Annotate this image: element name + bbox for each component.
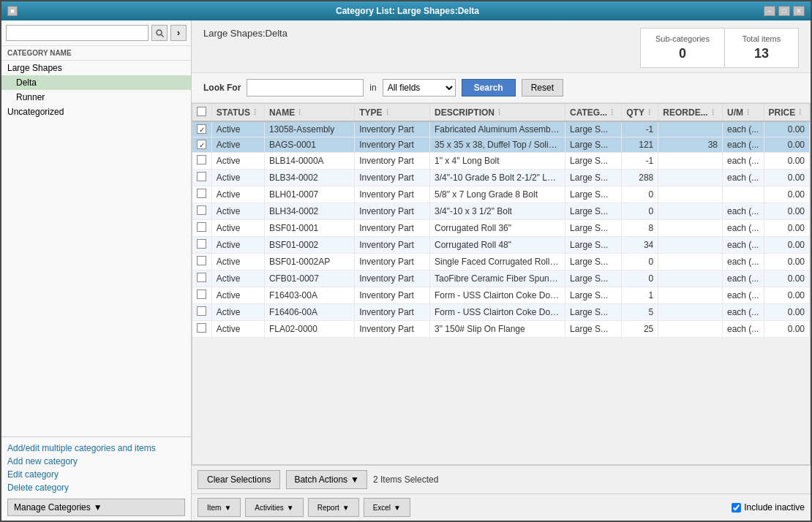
breadcrumb: Large Shapes:Delta — [203, 28, 287, 39]
table-row[interactable]: Active F16406-00A Inventory Part Form - … — [192, 304, 810, 321]
total-items-value: 13 — [740, 46, 783, 61]
table-row[interactable]: Active BSF01-0001 Inventory Part Corruga… — [192, 220, 810, 237]
batch-actions-button[interactable]: Batch Actions ▼ — [286, 470, 367, 489]
table-row[interactable]: Active BLB14-0000A Inventory Part 1" x 4… — [192, 153, 810, 170]
row-checkbox-cell[interactable] — [192, 121, 211, 137]
row-checkbox-cell[interactable] — [192, 203, 211, 220]
row-checkbox[interactable] — [197, 239, 206, 249]
status-sort-icon: ⋮ — [252, 109, 258, 116]
manage-categories-button[interactable]: Manage Categories ▼ — [7, 499, 185, 516]
type-header[interactable]: TYPE⋮ — [355, 104, 430, 121]
row-checkbox-cell[interactable] — [192, 220, 211, 237]
item-button[interactable]: Item ▼ — [198, 498, 241, 517]
table-row[interactable]: Active BSF01-0002AP Inventory Part Singl… — [192, 254, 810, 271]
row-qty: 1 — [622, 287, 658, 304]
sidebar-item-large-shapes[interactable]: Large Shapes — [1, 61, 191, 75]
status-header[interactable]: STATUS⋮ — [211, 104, 264, 121]
row-checkbox-cell[interactable] — [192, 271, 211, 287]
row-name: FLA02-0000 — [264, 321, 354, 338]
table-row[interactable]: Active CFB01-0007 Inventory Part TaoFibr… — [192, 271, 810, 287]
row-checkbox[interactable] — [197, 155, 206, 164]
row-description: TaoFibre Ceramic Fiber Spun Bl... — [430, 271, 565, 287]
report-button[interactable]: Report ▼ — [308, 498, 359, 517]
row-status: Active — [211, 271, 264, 287]
row-checkbox[interactable] — [197, 189, 206, 198]
table-row[interactable]: Active 13058-Assembly Inventory Part Fab… — [192, 121, 810, 137]
close-button[interactable]: ✕ — [793, 6, 805, 16]
table-row[interactable]: Active FLA02-0000 Inventory Part 3" 150#… — [192, 321, 810, 338]
activities-button[interactable]: Activities ▼ — [245, 498, 303, 517]
row-checkbox[interactable] — [197, 124, 206, 134]
table-row[interactable]: Active BSF01-0002 Inventory Part Corruga… — [192, 237, 810, 254]
row-checkbox-cell[interactable] — [192, 321, 211, 338]
search-input[interactable] — [247, 79, 364, 97]
table-row[interactable]: Active BLB34-0002 Inventory Part 3/4"-10… — [192, 170, 810, 186]
minimize-button[interactable]: – — [764, 6, 775, 16]
clear-selections-button[interactable]: Clear Selections — [198, 470, 280, 489]
row-checkbox-cell[interactable] — [192, 304, 211, 321]
table-row[interactable]: Active BLH34-0002 Inventory Part 3/4"-10… — [192, 203, 810, 220]
delete-category-link[interactable]: Delete category — [7, 481, 185, 494]
um-header[interactable]: U/M⋮ — [723, 104, 764, 121]
row-reorder — [658, 321, 723, 338]
reset-button[interactable]: Reset — [522, 79, 563, 97]
row-reorder — [658, 186, 723, 203]
add-new-category-link[interactable]: Add new category — [7, 455, 185, 468]
row-checkbox-cell[interactable] — [192, 186, 211, 203]
table-row[interactable]: Active F16403-00A Inventory Part Form - … — [192, 287, 810, 304]
row-checkbox[interactable] — [197, 273, 206, 282]
row-type: Inventory Part — [355, 321, 430, 338]
row-um: each (... — [723, 254, 764, 271]
qty-header[interactable]: QTY⋮ — [622, 104, 658, 121]
fields-select[interactable]: All fields Name Description Type — [383, 79, 456, 97]
table-header-row: STATUS⋮ NAME⋮ TYPE⋮ DESCRIPTION⋮ — [192, 104, 810, 121]
row-checkbox-cell[interactable] — [192, 153, 211, 170]
row-checkbox-cell[interactable] — [192, 170, 211, 186]
sidebar-item-runner[interactable]: Runner — [1, 90, 191, 105]
search-button[interactable]: Search — [462, 79, 516, 97]
row-checkbox-cell[interactable] — [192, 287, 211, 304]
reorder-header[interactable]: REORDE...⋮ — [658, 104, 723, 121]
row-um: each (... — [723, 237, 764, 254]
row-checkbox[interactable] — [197, 172, 206, 181]
include-inactive-checkbox[interactable] — [732, 503, 741, 512]
name-header[interactable]: NAME⋮ — [264, 104, 354, 121]
sidebar-item-delta[interactable]: Delta — [1, 75, 191, 90]
row-checkbox[interactable] — [197, 256, 206, 265]
search-icon — [156, 29, 164, 37]
row-name: 13058-Assembly — [264, 121, 354, 137]
check-header[interactable] — [192, 104, 211, 121]
category-header-col[interactable]: CATEG...⋮ — [565, 104, 622, 121]
row-category: Large S... — [565, 237, 622, 254]
maximize-button[interactable]: □ — [778, 6, 790, 16]
row-checkbox[interactable] — [197, 306, 206, 316]
row-description: Form - USS Clairton Coke Door ... — [430, 287, 565, 304]
sidebar-expand-button[interactable]: › — [170, 25, 187, 41]
row-type: Inventory Part — [355, 237, 430, 254]
table-row[interactable]: Active BLH01-0007 Inventory Part 5/8" x … — [192, 186, 810, 203]
edit-category-link[interactable]: Edit category — [7, 468, 185, 481]
um-sort-icon: ⋮ — [745, 109, 751, 116]
add-edit-multiple-link[interactable]: Add/edit multiple categories and items — [7, 442, 185, 455]
row-checkbox[interactable] — [197, 323, 206, 333]
row-checkbox[interactable] — [197, 222, 206, 232]
description-header[interactable]: DESCRIPTION⋮ — [430, 104, 565, 121]
row-checkbox-cell[interactable] — [192, 137, 211, 153]
price-header[interactable]: PRICE⋮ — [764, 104, 809, 121]
row-checkbox-cell[interactable] — [192, 254, 211, 271]
row-price: 0.00 — [764, 170, 809, 186]
table-row[interactable]: Active BAGS-0001 Inventory Part 35 x 35 … — [192, 137, 810, 153]
sidebar-item-uncategorized[interactable]: Uncategorized — [1, 105, 191, 119]
row-checkbox[interactable] — [197, 290, 206, 299]
row-status: Active — [211, 121, 264, 137]
select-all-checkbox[interactable] — [197, 107, 206, 116]
row-checkbox[interactable] — [197, 205, 206, 215]
sidebar-search-input[interactable] — [6, 25, 149, 41]
row-checkbox-cell[interactable] — [192, 237, 211, 254]
row-type: Inventory Part — [355, 220, 430, 237]
sidebar-search-button[interactable] — [151, 25, 168, 41]
excel-button[interactable]: Excel ▼ — [364, 498, 410, 517]
subcategories-stat: Sub-categories 0 — [641, 29, 725, 67]
row-checkbox[interactable] — [197, 140, 206, 149]
row-name: BSF01-0001 — [264, 220, 354, 237]
